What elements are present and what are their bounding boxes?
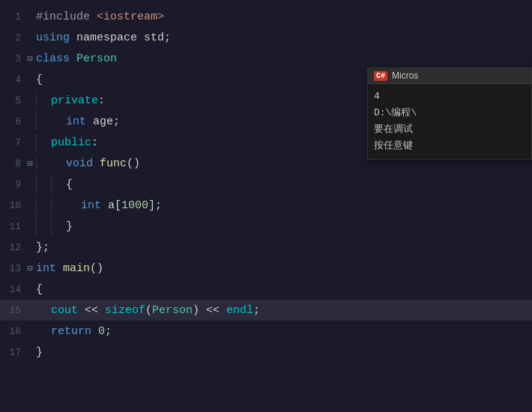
code-line: 16return 0; — [0, 321, 532, 342]
line-content: private: — [36, 90, 105, 111]
token: { — [36, 73, 43, 86]
token: func — [93, 157, 127, 170]
indent-space — [51, 113, 66, 130]
token: #include — [36, 10, 97, 23]
code-container: 1#include <iostream>2using namespace std… — [0, 0, 532, 369]
line-number: 5 — [3, 95, 24, 106]
terminal-number: 4 — [374, 88, 525, 105]
line-number: 8 — [3, 158, 24, 169]
indent-space — [36, 197, 51, 213]
terminal-title-bar: C# Micros — [368, 68, 531, 84]
line-number: 7 — [3, 137, 24, 148]
line-content: cout << sizeof(Person) << endl; — [36, 300, 260, 321]
token: int — [36, 262, 56, 275]
line-content: return 0; — [36, 321, 112, 342]
line-number: 14 — [3, 284, 24, 295]
indent-space — [36, 323, 51, 339]
code-line: 15cout << sizeof(Person) << endl; — [0, 300, 532, 321]
indent-space — [36, 113, 51, 130]
line-content: public: — [36, 132, 98, 153]
token: main — [56, 262, 90, 275]
terminal-path: D:\编程\ — [374, 105, 525, 121]
line-number: 4 — [3, 74, 24, 85]
token: 0 — [98, 325, 105, 338]
code-line: 17} — [0, 342, 532, 363]
token: { — [36, 283, 43, 296]
line-number: 6 — [3, 116, 24, 127]
line-number: 17 — [3, 347, 24, 358]
line-content: { — [36, 174, 73, 195]
code-line: 2using namespace std; — [0, 27, 532, 48]
indent-space — [51, 155, 66, 172]
line-number: 16 — [3, 326, 24, 337]
fold-btn[interactable]: ⊟ — [24, 158, 36, 169]
line-content: void func() — [36, 153, 140, 174]
token: : — [98, 94, 105, 107]
token: () — [127, 157, 140, 170]
token: } — [36, 241, 43, 254]
line-number: 12 — [3, 242, 24, 253]
token: ; — [155, 199, 162, 212]
token: Person — [70, 52, 117, 65]
indent-space — [51, 176, 66, 193]
line-content: } — [36, 216, 73, 237]
token: ) << — [193, 304, 226, 317]
token: class — [36, 52, 70, 65]
line-content: int age; — [36, 111, 120, 132]
token: ( — [145, 304, 152, 317]
code-line: 12}; — [0, 237, 532, 258]
code-line: 10int a[1000]; — [0, 195, 532, 216]
token: return — [51, 325, 91, 338]
code-line: 3⊟class Person — [0, 48, 532, 69]
token: endl — [226, 304, 253, 317]
code-line: 11} — [0, 216, 532, 237]
token: namespace — [70, 31, 144, 44]
terminal-popup: C# Micros 4 D:\编程\ 要在调试 按任意键 — [367, 67, 532, 160]
line-content: #include <iostream> — [36, 6, 164, 27]
token: void — [66, 157, 93, 170]
line-content: }; — [36, 237, 49, 258]
code-line: 9{ — [0, 174, 532, 195]
token: <iostream> — [97, 10, 164, 23]
terminal-icon: C# — [374, 71, 387, 81]
token: : — [91, 136, 98, 149]
token: std — [144, 31, 164, 44]
token: ; — [164, 31, 171, 44]
token: } — [66, 220, 73, 233]
terminal-msg2: 按任意键 — [374, 138, 525, 154]
token: int — [66, 115, 86, 128]
fold-btn[interactable]: ⊟ — [24, 53, 36, 64]
code-line: 13⊟int main() — [0, 258, 532, 279]
token: ] — [148, 199, 155, 212]
line-number: 11 — [3, 221, 24, 232]
token: { — [66, 178, 73, 191]
indent-space — [36, 134, 51, 151]
line-number: 10 — [3, 200, 24, 211]
line-content: class Person — [36, 48, 117, 69]
editor-area: 1#include <iostream>2using namespace std… — [0, 0, 532, 412]
token: [ — [115, 199, 121, 212]
token: 1000 — [121, 199, 148, 212]
terminal-title-text: Micros — [392, 70, 418, 81]
token: } — [36, 346, 43, 359]
token: sizeof — [105, 304, 145, 317]
token: a — [101, 199, 115, 212]
line-number: 3 — [3, 53, 24, 64]
token: int — [81, 199, 101, 212]
line-number: 13 — [3, 263, 24, 274]
token: public — [51, 136, 91, 149]
fold-btn[interactable]: ⊟ — [24, 263, 36, 274]
indent-space — [36, 218, 51, 234]
line-content: { — [36, 279, 43, 300]
line-number: 15 — [3, 305, 24, 316]
line-content: using namespace std; — [36, 27, 171, 48]
token: using — [36, 31, 70, 44]
line-content: { — [36, 69, 43, 90]
token: << — [78, 304, 105, 317]
terminal-content: 4 D:\编程\ 要在调试 按任意键 — [368, 84, 531, 159]
indent-space — [51, 218, 66, 234]
indent-space — [66, 197, 81, 213]
token: age — [86, 115, 113, 128]
line-number: 9 — [3, 179, 24, 190]
line-content: int a[1000]; — [36, 195, 162, 216]
